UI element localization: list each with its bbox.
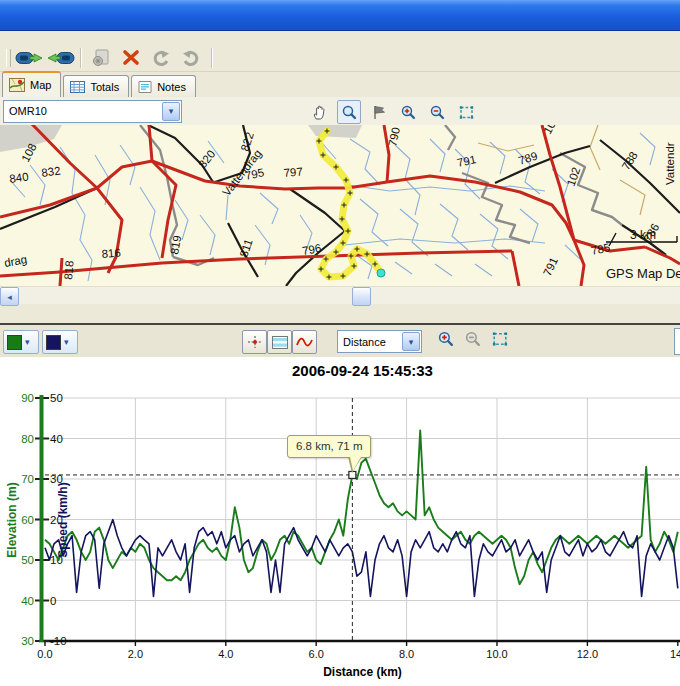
totals-tab-icon: [70, 81, 85, 93]
zoom-in-icon: [400, 104, 417, 121]
panel-divider: [0, 304, 680, 325]
x-tick-label: 12.0: [577, 648, 598, 660]
zoom-select-tool-button[interactable]: [337, 100, 361, 124]
x-axis-selector[interactable]: Distance ▾: [337, 330, 422, 353]
track-next-icon: [15, 50, 45, 66]
x-tick-label: 14: [670, 648, 680, 660]
window-titlebar[interactable]: [0, 0, 680, 31]
zoom-fit-icon: [458, 104, 475, 121]
chart-tooltip: 6.8 km, 71 m: [287, 435, 371, 458]
track-selector-value: OMR10: [9, 105, 47, 117]
chart-zoom-tools: [437, 330, 509, 348]
map-zoom-in-button[interactable]: [397, 101, 419, 123]
map-tools: [308, 100, 477, 124]
track-prev-icon: [45, 50, 75, 66]
pan-tool-button[interactable]: [308, 101, 330, 123]
chart-zoom-in-button[interactable]: [437, 330, 455, 348]
x-tick-label: 0.0: [37, 648, 52, 660]
track-prev-button[interactable]: [45, 46, 75, 70]
import-button: [86, 46, 116, 70]
map-label: 816: [101, 246, 121, 260]
map-view[interactable]: 108840832820822795797Vattendrag790791789…: [0, 125, 680, 286]
undo-icon: [150, 49, 172, 67]
flag-tool-button: [368, 101, 390, 123]
tab-bar: Map Totals Notes: [0, 72, 680, 97]
chart-title: 2006-09-24 15:45:33: [45, 362, 680, 379]
import-icon: [90, 48, 112, 68]
map-tab-icon: [9, 78, 25, 92]
map-zoom-out-button[interactable]: [426, 101, 448, 123]
x-axis-label: Distance (km): [45, 665, 680, 679]
elevation-tick-label: 30: [21, 635, 34, 647]
map-label: Vattendr: [664, 142, 676, 185]
speed-tick-label: -10: [50, 635, 67, 647]
zoom-select-icon: [341, 104, 358, 121]
toolbar-grip[interactable]: [6, 49, 11, 67]
pan-hand-icon: [311, 104, 328, 121]
tooltip-text: 6.8 km, 71 m: [296, 440, 362, 452]
map-horizontal-scrollbar[interactable]: ◂: [0, 286, 680, 304]
track-end-marker: [377, 269, 385, 277]
tab-label: Totals: [90, 81, 119, 93]
edge-input-box[interactable]: [674, 328, 680, 355]
chevron-down-icon[interactable]: ▾: [25, 337, 30, 347]
elevation-tick-label: 70: [21, 473, 34, 485]
map-zoom-fit-button[interactable]: [455, 101, 477, 123]
chart-zoom-out-button: [464, 330, 482, 348]
speed-tick-label: 50: [50, 392, 63, 404]
chart-toolbar: ▾ ▾ Distance ▾: [0, 325, 680, 357]
arrow-left-icon: ◂: [7, 292, 12, 302]
scroll-left-button[interactable]: ◂: [0, 287, 19, 306]
x-tick-label: 6.0: [309, 648, 324, 660]
scrollbar-thumb[interactable]: [352, 287, 371, 306]
application-window: Map Totals Notes OMR10 ▾: [0, 0, 680, 686]
elevation-color-swatch: [7, 335, 22, 350]
x-tick-label: 4.0: [218, 648, 233, 660]
elevation-tick-label: 80: [21, 433, 34, 445]
chevron-down-icon[interactable]: ▾: [64, 337, 69, 347]
map-label: GPS Map De: [606, 266, 680, 281]
chevron-down-icon[interactable]: ▾: [402, 332, 420, 351]
elevation-tick-label: 50: [21, 554, 34, 566]
elevation-axis: 90807060504030: [21, 392, 49, 647]
tab-label: Map: [30, 79, 51, 91]
speed-tick-label: 40: [50, 433, 63, 445]
speed-tick-label: 0: [50, 595, 56, 607]
speed-color-swatch: [46, 335, 61, 350]
chevron-down-icon[interactable]: ▾: [162, 102, 180, 121]
elevation-color-picker[interactable]: ▾: [3, 330, 39, 354]
crosshair-toggle-button[interactable]: [242, 330, 267, 354]
toolbar-separator: [80, 48, 81, 68]
track-selector[interactable]: OMR10 ▾: [3, 100, 182, 123]
elevation-tick-label: 60: [21, 514, 34, 526]
x-tick-label: 10.0: [486, 648, 507, 660]
x-axis-selector-value: Distance: [343, 336, 386, 348]
map-label: 797: [283, 165, 303, 179]
chart-panel[interactable]: 0.02.04.06.08.010.012.014908070605040305…: [0, 357, 680, 686]
bands-toggle-button[interactable]: [267, 330, 292, 354]
x-tick-label: 2.0: [128, 648, 143, 660]
menu-strip: [0, 31, 680, 44]
redo-icon: [180, 49, 202, 67]
tab-notes[interactable]: Notes: [131, 75, 196, 97]
x-tick-label: 8.0: [399, 648, 414, 660]
chart-x-axis: 0.02.04.06.08.010.012.014: [37, 641, 680, 660]
notes-tab-icon: [138, 81, 152, 93]
toolbar-separator: [211, 48, 212, 68]
map-label: 3 km: [630, 228, 656, 242]
wave-toggle-button[interactable]: [292, 330, 317, 354]
track-next-button[interactable]: [15, 46, 45, 70]
tab-label: Notes: [157, 81, 186, 93]
elevation-tick-label: 40: [21, 595, 34, 607]
delete-icon: [121, 49, 141, 67]
main-toolbar: [0, 44, 680, 72]
zoom-out-icon: [429, 104, 446, 121]
tab-totals[interactable]: Totals: [63, 75, 129, 97]
delete-button[interactable]: [116, 46, 146, 70]
tab-map[interactable]: Map: [2, 71, 61, 97]
map-label: 818: [62, 260, 76, 280]
speed-axis-label: Speed (km/h): [56, 482, 70, 557]
chart-zoom-fit-button[interactable]: [491, 330, 509, 348]
crosshair-icon: [247, 335, 263, 349]
speed-color-picker[interactable]: ▾: [42, 330, 78, 354]
